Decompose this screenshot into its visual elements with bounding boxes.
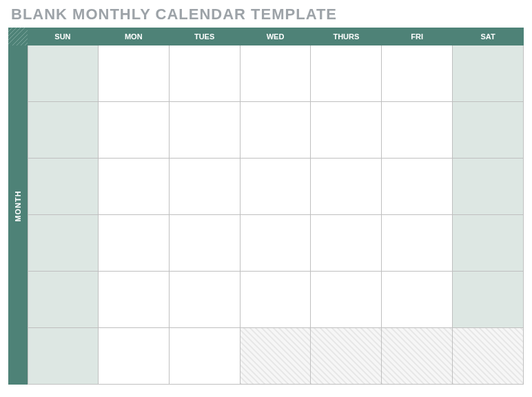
day-cell[interactable] <box>99 45 170 102</box>
day-cell[interactable] <box>453 45 524 102</box>
day-cell[interactable] <box>241 215 311 272</box>
day-cell[interactable] <box>453 272 524 328</box>
day-cell[interactable] <box>311 272 382 328</box>
day-cell[interactable] <box>170 159 241 215</box>
day-cell[interactable] <box>311 102 382 159</box>
day-cell[interactable] <box>311 45 382 102</box>
day-header-sun: SUN <box>28 28 99 45</box>
calendar-grid: SUN MON TUES WED THURS FRI SAT <box>28 28 524 385</box>
day-cell[interactable] <box>28 159 99 215</box>
day-cell[interactable] <box>170 328 241 385</box>
day-header-mon: MON <box>99 28 170 45</box>
day-cell[interactable] <box>99 159 170 215</box>
day-cell[interactable] <box>99 272 170 328</box>
day-header-wed: WED <box>241 28 311 45</box>
month-label: MONTH <box>14 190 22 221</box>
day-cell[interactable] <box>241 159 311 215</box>
notes-cell[interactable] <box>311 328 382 385</box>
day-cell[interactable] <box>311 215 382 272</box>
day-cell[interactable] <box>28 272 99 328</box>
notes-cell[interactable] <box>241 328 311 385</box>
notes-cell[interactable] <box>453 328 524 385</box>
day-header-thu: THURS <box>311 28 382 45</box>
day-cell[interactable] <box>241 272 311 328</box>
day-cell[interactable] <box>382 45 453 102</box>
corner-hatch <box>8 28 28 45</box>
notes-cell[interactable] <box>382 328 453 385</box>
day-cell[interactable] <box>382 159 453 215</box>
day-cell[interactable] <box>311 159 382 215</box>
day-cell[interactable] <box>170 215 241 272</box>
day-cell[interactable] <box>453 215 524 272</box>
day-cell[interactable] <box>382 102 453 159</box>
day-cell[interactable] <box>28 328 99 385</box>
calendar-container: MONTH SUN MON TUES WED THURS FRI SAT <box>8 28 524 385</box>
day-cell[interactable] <box>382 272 453 328</box>
month-sidebar: MONTH <box>8 28 28 385</box>
day-cell[interactable] <box>453 159 524 215</box>
day-header-tue: TUES <box>170 28 241 45</box>
day-header-fri: FRI <box>382 28 453 45</box>
day-cell[interactable] <box>453 102 524 159</box>
day-cell[interactable] <box>241 102 311 159</box>
day-cell[interactable] <box>170 102 241 159</box>
day-cell[interactable] <box>170 272 241 328</box>
day-cell[interactable] <box>28 45 99 102</box>
day-cell[interactable] <box>28 102 99 159</box>
day-cell[interactable] <box>170 45 241 102</box>
template-title: BLANK MONTHLY CALENDAR TEMPLATE <box>11 6 524 23</box>
day-header-sat: SAT <box>453 28 524 45</box>
day-cell[interactable] <box>99 215 170 272</box>
day-cell[interactable] <box>241 45 311 102</box>
day-cell[interactable] <box>99 102 170 159</box>
day-cell[interactable] <box>382 215 453 272</box>
day-cell[interactable] <box>99 328 170 385</box>
day-cell[interactable] <box>28 215 99 272</box>
